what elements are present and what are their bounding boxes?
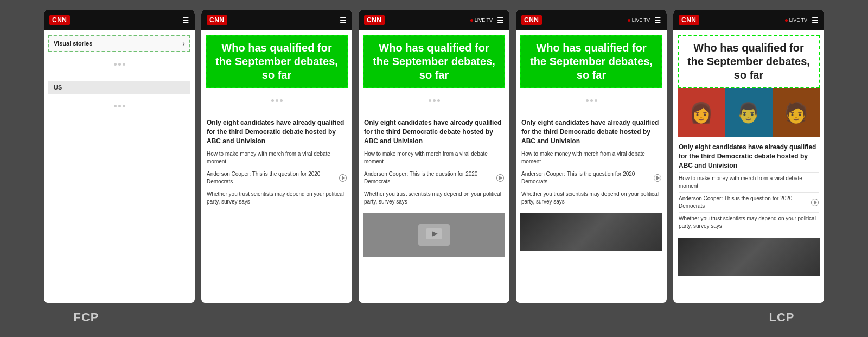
header-right-2: ☰ <box>340 16 347 24</box>
d3 <box>280 99 283 102</box>
sub-item-text-3-1: Anderson Cooper: This is the question fo… <box>364 170 494 186</box>
sub-item-5-2[interactable]: Whether you trust scientists may depend … <box>679 212 819 232</box>
live-tv-5: LIVE TV <box>785 17 807 23</box>
dot-2 <box>118 63 121 66</box>
video-inner-3 <box>418 224 450 246</box>
play-triangle-5 <box>814 200 817 205</box>
headline-section-2: Only eight candidates have already quali… <box>201 113 352 211</box>
play-icon-4-1 <box>654 174 661 182</box>
dot-6 <box>123 105 125 107</box>
bottom-image-5 <box>678 238 820 276</box>
sub-item-2-0[interactable]: How to make money with merch from a vira… <box>207 148 347 168</box>
d2p4 <box>590 99 593 102</box>
hamburger-icon-1[interactable]: ☰ <box>182 16 189 24</box>
hamburger-icon-3[interactable]: ☰ <box>497 16 504 24</box>
sub-item-2-2[interactable]: Whether you trust scientists may depend … <box>207 188 347 208</box>
hamburger-icon-2[interactable]: ☰ <box>340 16 347 24</box>
main-text-5: Only eight candidates have already quali… <box>679 143 819 170</box>
phone-4-content: Who has qualified for the September deba… <box>516 30 667 303</box>
sub-item-4-0[interactable]: How to make money with merch from a vira… <box>521 148 661 168</box>
sub-item-3-1[interactable]: Anderson Cooper: This is the question fo… <box>364 168 504 188</box>
hamburger-icon-5[interactable]: ☰ <box>812 16 819 24</box>
live-dot-5 <box>785 19 788 22</box>
main-text-3: Only eight candidates have already quali… <box>364 118 504 145</box>
person-1-icon: 👩 <box>689 101 713 124</box>
live-tv-text-3: LIVE TV <box>475 17 493 23</box>
phone-1-content: Visual stories › US <box>44 30 195 303</box>
bottom-image-4 <box>520 213 662 251</box>
main-text-2: Only eight candidates have already quali… <box>207 118 347 145</box>
photo-right: 🧑 <box>773 88 820 137</box>
sub-item-text-5-2: Whether you trust scientists may depend … <box>679 215 816 229</box>
visual-stories-bar[interactable]: Visual stories › <box>48 35 190 52</box>
phone-5: CNN LIVE TV ☰ Who has qualified for the … <box>673 10 824 303</box>
sub-item-text-3-0: How to make money with merch from a vira… <box>364 151 488 164</box>
live-tv-3: LIVE TV <box>470 17 493 23</box>
d1 <box>271 99 274 102</box>
sub-item-4-1[interactable]: Anderson Cooper: This is the question fo… <box>521 168 661 188</box>
phone-2: CNN ☰ Who has qualified for the Septembe… <box>201 10 352 303</box>
loading-dots-phone2 <box>201 88 352 113</box>
cnn-logo-5: CNN <box>679 15 699 25</box>
sub-item-text-2-0: How to make money with merch from a vira… <box>207 151 330 164</box>
header-right-1: ☰ <box>182 16 189 24</box>
sub-item-3-2[interactable]: Whether you trust scientists may depend … <box>364 188 504 208</box>
play-icon-5-1 <box>811 199 819 206</box>
sub-item-2-1[interactable]: Anderson Cooper: This is the question fo… <box>207 168 347 188</box>
phone-3-content: Who has qualified for the September deba… <box>359 30 509 303</box>
play-triangle <box>342 176 345 180</box>
header-right-3: LIVE TV ☰ <box>470 16 504 24</box>
live-dot-3 <box>470 19 473 22</box>
d3p3 <box>437 99 440 102</box>
sub-item-text-2-2: Whether you trust scientists may depend … <box>207 191 344 205</box>
dot-4 <box>114 105 117 107</box>
headline-title-text-5: Who has qualified for the September deba… <box>687 42 810 81</box>
headline-title-2: Who has qualified for the September deba… <box>206 35 348 88</box>
spacer-3 <box>533 310 684 325</box>
sub-item-text-2-1: Anderson Cooper: This is the question fo… <box>207 170 337 186</box>
live-tv-4: LIVE TV <box>628 17 650 23</box>
sub-item-3-0[interactable]: How to make money with merch from a vira… <box>364 148 504 168</box>
label-row: FCP LCP <box>0 303 868 325</box>
d3p4 <box>595 99 597 102</box>
headline-title-text-4: Who has qualified for the September deba… <box>530 42 653 81</box>
person-2-icon: 👨 <box>736 101 761 124</box>
live-tv-text-5: LIVE TV <box>789 17 807 23</box>
phone-1: CNN ☰ Visual stories › US <box>44 10 195 303</box>
sub-item-text-4-1: Anderson Cooper: This is the question fo… <box>521 170 652 186</box>
headline-title-5: Who has qualified for the September deba… <box>678 35 820 88</box>
spacer-1 <box>185 310 336 325</box>
phone-3: CNN LIVE TV ☰ Who has qualified for the … <box>359 10 509 303</box>
header-right-5: LIVE TV ☰ <box>785 16 819 24</box>
cnn-logo-2: CNN <box>207 15 227 25</box>
headline-title-4: Who has qualified for the September deba… <box>520 35 662 88</box>
lcp-label: LCP <box>706 310 857 325</box>
live-dot-4 <box>628 19 630 22</box>
play-triangle-4 <box>656 176 660 180</box>
hamburger-icon-4[interactable]: ☰ <box>654 16 661 24</box>
loading-dots-phone4 <box>516 88 667 113</box>
chevron-right-icon: › <box>182 39 185 48</box>
phone-5-header: CNN LIVE TV ☰ <box>673 10 824 30</box>
d2 <box>276 99 278 102</box>
main-text-4: Only eight candidates have already quali… <box>521 118 661 145</box>
sub-item-text-5-1: Anderson Cooper: This is the question fo… <box>679 195 809 210</box>
header-right-4: LIVE TV ☰ <box>628 16 661 24</box>
sub-item-5-1[interactable]: Anderson Cooper: This is the question fo… <box>679 192 819 212</box>
video-placeholder-3 <box>363 213 505 257</box>
sub-item-text-4-0: How to make money with merch from a vira… <box>521 151 645 164</box>
loading-dots-2 <box>44 94 195 118</box>
loading-dots-1 <box>44 52 195 77</box>
sub-item-5-0[interactable]: How to make money with merch from a vira… <box>679 172 819 192</box>
headline-title-text-2: Who has qualified for the September deba… <box>215 42 338 81</box>
video-play-icon <box>426 228 442 239</box>
live-tv-text-4: LIVE TV <box>632 17 650 23</box>
photo-left: 👩 <box>678 88 725 137</box>
play-icon-3-1 <box>496 174 504 182</box>
headline-section-5: Only eight candidates have already quali… <box>673 137 824 236</box>
sub-item-text-3-2: Whether you trust scientists may depend … <box>364 191 501 205</box>
cnn-logo-1: CNN <box>49 15 70 25</box>
sub-item-4-2[interactable]: Whether you trust scientists may depend … <box>521 188 661 208</box>
visual-stories-label: Visual stories <box>54 40 92 47</box>
d2p3 <box>433 99 436 102</box>
